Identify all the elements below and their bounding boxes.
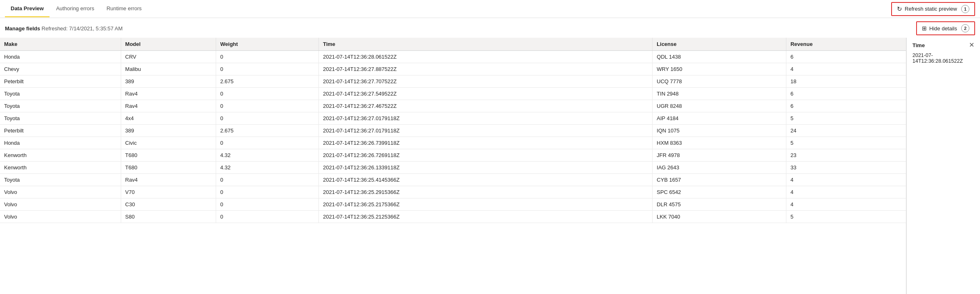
detail-panel-value: 2021-07-14T12:36:28.061522Z <box>912 52 974 64</box>
table-cell-r13-c1: S80 <box>121 211 216 223</box>
table-cell-r12-c5: 4 <box>786 198 906 211</box>
detail-panel-title: Time <box>912 42 925 48</box>
subheader: Manage fields Refreshed: 7/14/2021, 5:35… <box>0 18 980 38</box>
table-cell-r13-c3: 2021-07-14T12:36:25.2125366Z <box>318 211 652 223</box>
table-cell-r4-c1: Rav4 <box>121 100 216 112</box>
table-row[interactable]: ToyotaRav402021-07-14T12:36:27.467522ZUG… <box>0 100 906 112</box>
table-cell-r3-c5: 6 <box>786 88 906 100</box>
table-cell-r6-c0: Peterbilt <box>0 125 121 137</box>
table-cell-r8-c2: 4.32 <box>216 149 319 162</box>
table-cell-r0-c4: QDL 1438 <box>653 51 786 63</box>
table-cell-r8-c1: T680 <box>121 149 216 162</box>
detail-panel-close-button[interactable]: ✕ <box>969 42 974 48</box>
table-row[interactable]: ToyotaRav402021-07-14T12:36:25.4145366ZC… <box>0 174 906 186</box>
table-cell-r1-c5: 4 <box>786 63 906 75</box>
col-header-license: License <box>653 38 786 51</box>
table-row[interactable]: HondaCivic02021-07-14T12:36:26.7399118ZH… <box>0 137 906 149</box>
table-cell-r11-c4: SPC 6542 <box>653 186 786 198</box>
table-cell-r3-c2: 0 <box>216 88 319 100</box>
detail-panel-header: Time ✕ <box>912 42 974 48</box>
col-header-model: Model <box>121 38 216 51</box>
table-cell-r9-c5: 33 <box>786 162 906 174</box>
detail-panel: Time ✕ 2021-07-14T12:36:28.061522Z <box>906 38 980 294</box>
table-cell-r0-c3: 2021-07-14T12:36:28.061522Z <box>318 51 652 63</box>
table-cell-r2-c4: UCQ 7778 <box>653 75 786 88</box>
table-row[interactable]: Peterbilt3892.6752021-07-14T12:36:27.707… <box>0 75 906 88</box>
table-cell-r13-c0: Volvo <box>0 211 121 223</box>
data-table: Make Model Weight Time License Revenue H… <box>0 38 906 223</box>
tab-authoring-errors[interactable]: Authoring errors <box>50 0 100 17</box>
table-cell-r1-c2: 0 <box>216 63 319 75</box>
table-cell-r5-c3: 2021-07-14T12:36:27.0179118Z <box>318 112 652 125</box>
table-cell-r4-c0: Toyota <box>0 100 121 112</box>
tab-data-preview[interactable]: Data Preview <box>5 0 50 17</box>
table-cell-r8-c0: Kenworth <box>0 149 121 162</box>
table-row[interactable]: VolvoC3002021-07-14T12:36:25.2175366ZDLR… <box>0 198 906 211</box>
table-cell-r0-c2: 0 <box>216 51 319 63</box>
manage-fields-info: Manage fields Refreshed: 7/14/2021, 5:35… <box>5 25 123 32</box>
table-cell-r3-c0: Toyota <box>0 88 121 100</box>
table-cell-r9-c4: IAG 2643 <box>653 162 786 174</box>
table-cell-r8-c4: JFR 4978 <box>653 149 786 162</box>
table-cell-r3-c1: Rav4 <box>121 88 216 100</box>
table-cell-r7-c1: Civic <box>121 137 216 149</box>
table-cell-r6-c3: 2021-07-14T12:36:27.0179118Z <box>318 125 652 137</box>
table-row[interactable]: Peterbilt3892.6752021-07-14T12:36:27.017… <box>0 125 906 137</box>
col-header-make: Make <box>0 38 121 51</box>
manage-fields-label: Manage fields <box>5 25 40 32</box>
table-cell-r2-c2: 2.675 <box>216 75 319 88</box>
table-cell-r11-c3: 2021-07-14T12:36:25.2915366Z <box>318 186 652 198</box>
table-cell-r12-c2: 0 <box>216 198 319 211</box>
table-cell-r4-c2: 0 <box>216 100 319 112</box>
table-row[interactable]: KenworthT6804.322021-07-14T12:36:26.1339… <box>0 162 906 174</box>
table-cell-r11-c5: 4 <box>786 186 906 198</box>
table-row[interactable]: ToyotaRav402021-07-14T12:36:27.549522ZTI… <box>0 88 906 100</box>
refresh-static-preview-button[interactable]: ↻ Refresh static preview 1 <box>891 2 975 16</box>
table-cell-r8-c3: 2021-07-14T12:36:26.7269118Z <box>318 149 652 162</box>
table-cell-r13-c2: 0 <box>216 211 319 223</box>
table-cell-r9-c2: 4.32 <box>216 162 319 174</box>
table-row[interactable]: VolvoV7002021-07-14T12:36:25.2915366ZSPC… <box>0 186 906 198</box>
table-cell-r5-c5: 5 <box>786 112 906 125</box>
data-table-container[interactable]: Make Model Weight Time License Revenue H… <box>0 38 906 294</box>
table-row[interactable]: KenworthT6804.322021-07-14T12:36:26.7269… <box>0 149 906 162</box>
table-cell-r7-c2: 0 <box>216 137 319 149</box>
table-cell-r1-c3: 2021-07-14T12:36:27.887522Z <box>318 63 652 75</box>
table-cell-r10-c2: 0 <box>216 174 319 186</box>
table-cell-r12-c1: C30 <box>121 198 216 211</box>
table-cell-r6-c5: 24 <box>786 125 906 137</box>
table-cell-r2-c5: 18 <box>786 75 906 88</box>
table-cell-r11-c0: Volvo <box>0 186 121 198</box>
table-cell-r7-c4: HXM 8363 <box>653 137 786 149</box>
table-cell-r5-c1: 4x4 <box>121 112 216 125</box>
table-cell-r6-c1: 389 <box>121 125 216 137</box>
table-cell-r11-c1: V70 <box>121 186 216 198</box>
table-cell-r4-c5: 6 <box>786 100 906 112</box>
table-cell-r1-c0: Chevy <box>0 63 121 75</box>
hide-details-label: Hide details <box>929 25 957 32</box>
table-row[interactable]: HondaCRV02021-07-14T12:36:28.061522ZQDL … <box>0 51 906 63</box>
annotation-2-badge: 2 <box>961 24 969 32</box>
table-cell-r7-c5: 5 <box>786 137 906 149</box>
refresh-time-label: Refreshed: 7/14/2021, 5:35:57 AM <box>42 25 123 32</box>
refresh-icon: ↻ <box>897 5 902 13</box>
table-cell-r0-c0: Honda <box>0 51 121 63</box>
tab-runtime-errors[interactable]: Runtime errors <box>101 0 147 17</box>
table-cell-r10-c3: 2021-07-14T12:36:25.4145366Z <box>318 174 652 186</box>
hide-details-icon: ⊞ <box>922 25 927 32</box>
refresh-label: Refresh static preview <box>905 6 957 12</box>
hide-details-button[interactable]: ⊞ Hide details 2 <box>916 21 975 35</box>
table-row[interactable]: Toyota4x402021-07-14T12:36:27.0179118ZAI… <box>0 112 906 125</box>
main-content: Make Model Weight Time License Revenue H… <box>0 38 980 294</box>
table-cell-r1-c4: WRY 1650 <box>653 63 786 75</box>
tabs-bar: Data Preview Authoring errors Runtime er… <box>0 0 980 18</box>
table-cell-r1-c1: Malibu <box>121 63 216 75</box>
table-cell-r3-c3: 2021-07-14T12:36:27.549522Z <box>318 88 652 100</box>
table-row[interactable]: ChevyMalibu02021-07-14T12:36:27.887522ZW… <box>0 63 906 75</box>
table-cell-r12-c3: 2021-07-14T12:36:25.2175366Z <box>318 198 652 211</box>
table-cell-r2-c0: Peterbilt <box>0 75 121 88</box>
table-cell-r13-c5: 5 <box>786 211 906 223</box>
table-cell-r5-c4: AIP 4184 <box>653 112 786 125</box>
table-cell-r13-c4: LKK 7040 <box>653 211 786 223</box>
table-row[interactable]: VolvoS8002021-07-14T12:36:25.2125366ZLKK… <box>0 211 906 223</box>
